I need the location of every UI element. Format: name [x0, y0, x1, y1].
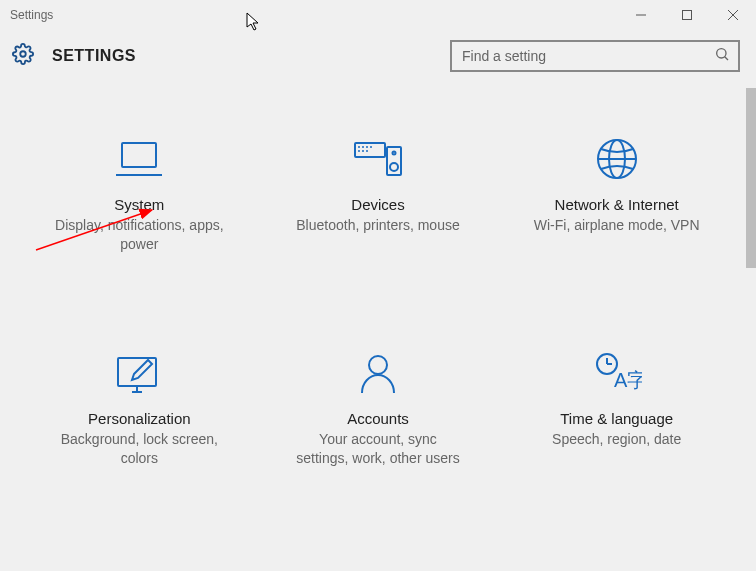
devices-icon	[353, 136, 403, 182]
tile-title: Devices	[351, 196, 404, 213]
tile-title: System	[114, 196, 164, 213]
time-language-icon: A字	[592, 350, 642, 396]
tile-title: Time & language	[560, 410, 673, 427]
system-icon	[116, 136, 162, 182]
tile-desc: Wi-Fi, airplane mode, VPN	[534, 216, 700, 235]
personalization-icon	[114, 350, 164, 396]
globe-icon	[595, 136, 639, 182]
ease-of-access-icon	[117, 564, 161, 567]
update-icon	[595, 564, 639, 567]
tile-desc: Speech, region, date	[552, 430, 681, 449]
svg-line-6	[725, 57, 728, 60]
tile-devices[interactable]: Devices Bluetooth, printers, mouse	[269, 128, 488, 262]
settings-grid: System Display, notifications, apps, pow…	[30, 128, 726, 567]
svg-point-19	[392, 152, 395, 155]
maximize-button[interactable]	[664, 0, 710, 30]
svg-text:A字: A字	[614, 369, 642, 391]
svg-point-5	[717, 49, 726, 58]
close-button[interactable]	[710, 0, 756, 30]
tile-system[interactable]: System Display, notifications, apps, pow…	[30, 128, 249, 262]
tile-desc: Display, notifications, apps, power	[54, 216, 224, 254]
privacy-icon	[360, 564, 396, 567]
tile-title: Personalization	[88, 410, 191, 427]
titlebar-controls	[618, 0, 756, 30]
tile-desc: Background, lock screen, colors	[54, 430, 224, 468]
minimize-button[interactable]	[618, 0, 664, 30]
svg-point-18	[390, 163, 398, 171]
svg-rect-9	[355, 143, 385, 157]
accounts-icon	[356, 350, 400, 396]
content-area: System Display, notifications, apps, pow…	[0, 88, 756, 567]
tile-network[interactable]: Network & Internet Wi-Fi, airplane mode,…	[507, 128, 726, 262]
search-icon	[714, 46, 730, 66]
tile-partial-1[interactable]	[30, 556, 249, 567]
tile-desc: Your account, sync settings, work, other…	[293, 430, 463, 468]
tile-title: Accounts	[347, 410, 409, 427]
svg-rect-1	[683, 11, 692, 20]
header-left: SETTINGS	[12, 43, 136, 69]
svg-point-4	[20, 51, 26, 57]
tile-accounts[interactable]: Accounts Your account, sync settings, wo…	[269, 342, 488, 476]
svg-rect-7	[122, 143, 156, 167]
tile-desc: Bluetooth, printers, mouse	[296, 216, 459, 235]
tile-title: Network & Internet	[555, 196, 679, 213]
tile-partial-2[interactable]	[269, 556, 488, 567]
titlebar: Settings	[0, 0, 756, 30]
svg-point-26	[369, 356, 387, 374]
tile-personalization[interactable]: Personalization Background, lock screen,…	[30, 342, 249, 476]
window-title: Settings	[10, 8, 53, 22]
search-box[interactable]	[450, 40, 740, 72]
page-title: SETTINGS	[52, 47, 136, 65]
gear-icon	[12, 43, 34, 69]
tile-time-language[interactable]: A字 Time & language Speech, region, date	[507, 342, 726, 476]
search-input[interactable]	[462, 48, 714, 64]
header: SETTINGS	[0, 30, 756, 88]
tile-partial-3[interactable]	[507, 556, 726, 567]
scrollbar-thumb[interactable]	[746, 88, 756, 268]
